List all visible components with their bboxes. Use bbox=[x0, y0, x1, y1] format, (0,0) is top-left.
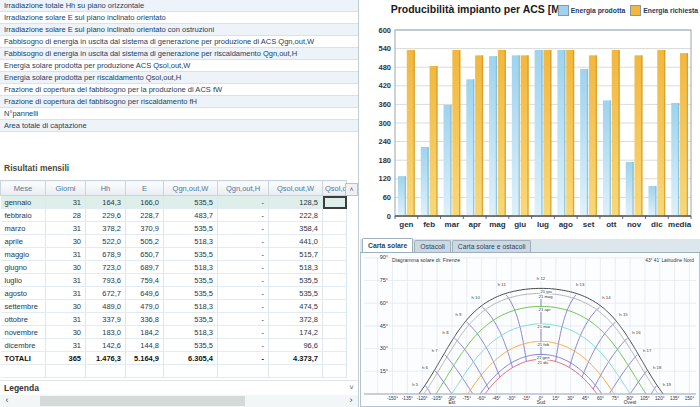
parameter-row[interactable]: N°pannelli bbox=[0, 108, 358, 120]
scroll-left-icon[interactable]: ‹ bbox=[0, 395, 14, 407]
table-cell[interactable]: 535,5 bbox=[164, 222, 218, 235]
table-cell[interactable]: 535,5 bbox=[164, 313, 218, 326]
table-cell[interactable]: 144,8 bbox=[126, 339, 164, 352]
table-cell[interactable]: ottobre bbox=[1, 313, 46, 326]
legenda-header[interactable]: Legenda ˅ bbox=[0, 380, 358, 395]
table-cell[interactable]: 5.164,9 bbox=[126, 352, 164, 365]
table-cell[interactable]: gennaio bbox=[1, 196, 46, 209]
table-scroll-up-button[interactable]: ˄ bbox=[345, 183, 358, 196]
table-cell[interactable]: 31 bbox=[46, 274, 86, 287]
table-cell[interactable]: 479,0 bbox=[126, 300, 164, 313]
table-cell[interactable]: 515,7 bbox=[269, 248, 323, 261]
table-cell[interactable]: 30 bbox=[46, 326, 86, 339]
table-cell[interactable]: 535,5 bbox=[164, 339, 218, 352]
table-cell[interactable]: 505,2 bbox=[126, 235, 164, 248]
table-cell[interactable]: maggio bbox=[1, 248, 46, 261]
table-cell[interactable]: 474,5 bbox=[269, 300, 323, 313]
table-cell[interactable]: TOTALI bbox=[1, 352, 46, 365]
parameter-row[interactable]: Irradiazione totale Hh su piano orizzont… bbox=[0, 0, 358, 12]
table-cell[interactable]: novembre bbox=[1, 326, 46, 339]
parameter-row[interactable]: Area totale di captazione bbox=[0, 120, 358, 132]
table-cell[interactable]: 31 bbox=[46, 248, 86, 261]
chevron-down-icon[interactable]: ˅ bbox=[349, 383, 354, 392]
table-cell[interactable] bbox=[323, 248, 347, 261]
table-cell[interactable] bbox=[1, 365, 46, 378]
table-cell[interactable]: - bbox=[218, 261, 269, 274]
table-cell[interactable]: 142,6 bbox=[86, 339, 126, 352]
table-cell[interactable]: 174,2 bbox=[269, 326, 323, 339]
parameter-row[interactable]: Frazione di copertura del fabbisogno per… bbox=[0, 96, 358, 108]
parameter-row[interactable]: Frazione di copertura del fabbisogno per… bbox=[0, 84, 358, 96]
table-cell[interactable] bbox=[323, 365, 347, 378]
table-cell[interactable]: 759,4 bbox=[126, 274, 164, 287]
table-cell[interactable]: - bbox=[218, 235, 269, 248]
table-cell[interactable]: 166,0 bbox=[126, 196, 164, 209]
table-cell[interactable]: 30 bbox=[46, 261, 86, 274]
table-cell[interactable]: 378,2 bbox=[86, 222, 126, 235]
table-cell[interactable] bbox=[323, 339, 347, 352]
table-cell[interactable] bbox=[86, 365, 126, 378]
table-cell[interactable]: 183,0 bbox=[86, 326, 126, 339]
table-cell[interactable]: - bbox=[218, 209, 269, 222]
table-cell[interactable]: 30 bbox=[46, 300, 86, 313]
table-cell[interactable]: 337,9 bbox=[86, 313, 126, 326]
table-cell[interactable] bbox=[323, 261, 347, 274]
table-cell[interactable] bbox=[323, 300, 347, 313]
table-cell[interactable]: 535,5 bbox=[164, 287, 218, 300]
table-cell[interactable]: - bbox=[218, 326, 269, 339]
table-cell[interactable]: 4.373,7 bbox=[269, 352, 323, 365]
parameter-row[interactable]: Energia solare prodotta per produzione A… bbox=[0, 60, 358, 72]
table-cell[interactable] bbox=[126, 365, 164, 378]
table-cell[interactable]: 441,0 bbox=[269, 235, 323, 248]
table-cell[interactable]: 535,5 bbox=[164, 196, 218, 209]
table-cell[interactable]: 164,3 bbox=[86, 196, 126, 209]
table-cell[interactable]: febbraio bbox=[1, 209, 46, 222]
table-cell[interactable]: - bbox=[218, 248, 269, 261]
table-cell[interactable]: 650,7 bbox=[126, 248, 164, 261]
scroll-right-icon[interactable]: › bbox=[344, 395, 358, 407]
table-cell[interactable]: 672,7 bbox=[86, 287, 126, 300]
table-cell[interactable] bbox=[164, 365, 218, 378]
table-cell[interactable]: - bbox=[218, 274, 269, 287]
table-cell[interactable] bbox=[323, 326, 347, 339]
table-cell[interactable]: 518,3 bbox=[164, 235, 218, 248]
table-cell[interactable]: 793,6 bbox=[86, 274, 126, 287]
parameter-row[interactable]: Irradiazione solare E sul piano inclinat… bbox=[0, 24, 358, 36]
table-cell[interactable]: 28 bbox=[46, 209, 86, 222]
table-cell[interactable]: settembre bbox=[1, 300, 46, 313]
table-cell[interactable]: 358,4 bbox=[269, 222, 323, 235]
table-cell[interactable] bbox=[323, 274, 347, 287]
table-cell[interactable]: 31 bbox=[46, 222, 86, 235]
table-cell[interactable] bbox=[218, 365, 269, 378]
parameter-row[interactable]: Irradiazione solare E sul piano inclinat… bbox=[0, 12, 358, 24]
table-cell[interactable]: 483,7 bbox=[164, 209, 218, 222]
scrollbar-thumb[interactable] bbox=[40, 396, 245, 406]
table-cell[interactable]: 372,8 bbox=[269, 313, 323, 326]
table-cell[interactable]: 365 bbox=[46, 352, 86, 365]
table-cell[interactable]: 31 bbox=[46, 196, 86, 209]
table-cell[interactable]: 518,3 bbox=[164, 300, 218, 313]
table-cell[interactable]: 522,0 bbox=[86, 235, 126, 248]
table-cell[interactable]: 370,9 bbox=[126, 222, 164, 235]
table-cell[interactable]: - bbox=[218, 300, 269, 313]
table-cell[interactable]: - bbox=[218, 339, 269, 352]
table-cell[interactable]: 489,0 bbox=[86, 300, 126, 313]
table-cell[interactable]: 336,8 bbox=[126, 313, 164, 326]
table-cell[interactable]: 723,0 bbox=[86, 261, 126, 274]
table-cell[interactable] bbox=[323, 235, 347, 248]
tab-carta-solare[interactable]: Carta solare bbox=[362, 238, 413, 252]
table-cell[interactable]: - bbox=[218, 352, 269, 365]
table-cell[interactable]: 535,5 bbox=[269, 274, 323, 287]
horizontal-scrollbar[interactable]: ‹ › bbox=[0, 395, 358, 407]
table-cell[interactable]: - bbox=[218, 222, 269, 235]
table-cell[interactable] bbox=[323, 352, 347, 365]
table-cell[interactable]: 31 bbox=[46, 339, 86, 352]
table-cell[interactable]: giugno bbox=[1, 261, 46, 274]
table-cell[interactable] bbox=[323, 196, 347, 209]
table-cell[interactable]: - bbox=[218, 287, 269, 300]
table-cell[interactable]: 228,7 bbox=[126, 209, 164, 222]
table-cell[interactable]: 222,8 bbox=[269, 209, 323, 222]
table-cell[interactable]: 518,3 bbox=[164, 261, 218, 274]
table-cell[interactable] bbox=[323, 313, 347, 326]
table-cell[interactable]: agosto bbox=[1, 287, 46, 300]
